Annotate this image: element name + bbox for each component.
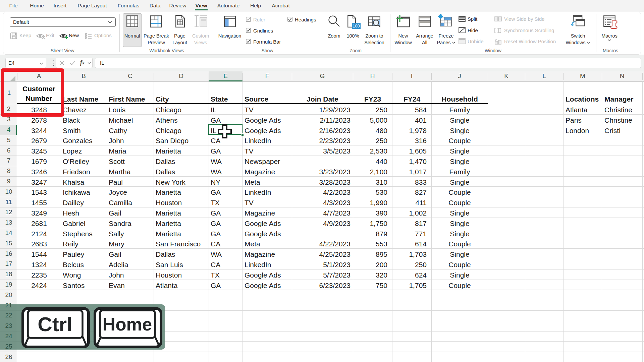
svg-text:100: 100: [353, 23, 360, 28]
svg-text:Ctrl: Ctrl: [38, 313, 72, 336]
svg-text:Home: Home: [103, 314, 152, 334]
